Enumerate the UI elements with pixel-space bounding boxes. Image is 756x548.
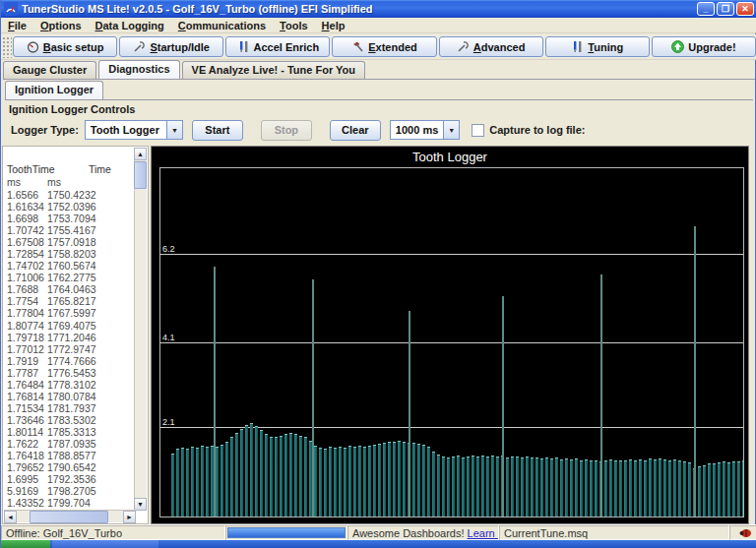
- tooth-bar: [629, 459, 632, 517]
- tooth-bar: [181, 448, 184, 517]
- tooth-bar: [624, 460, 627, 517]
- menu-help[interactable]: Help: [315, 20, 352, 31]
- table-row[interactable]: 1.66981753.7094: [4, 213, 136, 224]
- time-cell: 1765.8217: [47, 295, 96, 307]
- start-button[interactable]: Start: [192, 120, 243, 141]
- table-row[interactable]: 1.69951792.3536: [4, 473, 136, 485]
- table-row[interactable]: 1.747021760.5674: [4, 260, 136, 272]
- interval-select[interactable]: 1000 ms ▼: [390, 120, 460, 140]
- table-row[interactable]: 1.77871776.5453: [4, 367, 136, 379]
- advanced-button[interactable]: Advanced: [439, 36, 543, 57]
- taskbar-button[interactable]: [52, 540, 158, 548]
- restore-button[interactable]: ❐: [717, 2, 734, 16]
- menu-data-logging[interactable]: Data Logging: [89, 20, 171, 31]
- table-row[interactable]: 1.76881764.0463: [4, 283, 136, 295]
- table-row[interactable]: 1.764841778.3102: [4, 379, 136, 391]
- tooth-bar: [516, 457, 519, 517]
- extended-button[interactable]: Extended: [332, 36, 436, 57]
- table-row[interactable]: 1.710061762.2775: [4, 272, 136, 283]
- clear-button[interactable]: Clear: [330, 120, 381, 141]
- tooth-bar: [358, 446, 361, 517]
- table-row[interactable]: 1.770121772.9747: [4, 343, 136, 355]
- tooth-bar: [186, 449, 189, 517]
- table-row[interactable]: 5.91691798.2705: [4, 485, 136, 497]
- tooth-bar: [604, 460, 607, 517]
- logger-type-select[interactable]: Tooth Logger ▼: [85, 120, 183, 140]
- capture-checkbox[interactable]: [472, 124, 484, 137]
- tooth-bar: [191, 447, 194, 517]
- table-row[interactable]: 1.728541758.8203: [4, 248, 136, 260]
- chevron-down-icon[interactable]: ▼: [166, 121, 182, 139]
- table-row[interactable]: 1.79191774.7666: [4, 355, 136, 367]
- startup-idle-button[interactable]: Startup/Idle: [119, 36, 223, 57]
- menu-file[interactable]: File: [1, 20, 33, 31]
- table-row[interactable]: 1.616341752.0396: [4, 201, 136, 213]
- toothtime-cell: 1.7787: [7, 367, 38, 379]
- tooth-bar: [727, 462, 730, 517]
- start-button-stub[interactable]: [1, 540, 50, 548]
- tooth-bar: [329, 447, 332, 517]
- section-title: Ignition Logger Controls: [9, 103, 135, 115]
- vscroll-thumb[interactable]: [134, 161, 147, 189]
- scroll-up-icon[interactable]: ▲: [134, 148, 147, 160]
- table-vertical-scrollbar[interactable]: ▲ ▼: [134, 148, 147, 511]
- tuning-button[interactable]: Tuning: [545, 36, 650, 57]
- table-row[interactable]: 1.768141780.0784: [4, 391, 136, 402]
- tooth-bar: [260, 430, 263, 517]
- tooth-bar: [289, 433, 292, 517]
- tooth-bar: [230, 437, 233, 517]
- table-row[interactable]: 1.715341781.7937: [4, 402, 136, 414]
- hscroll-thumb[interactable]: [30, 511, 108, 523]
- toothtime-cell: 1.79652: [7, 461, 44, 473]
- table-row[interactable]: 1.65661750.4232: [4, 189, 136, 201]
- table-row[interactable]: 1.778041767.5997: [4, 307, 136, 319]
- time-cell: 1771.2046: [47, 332, 96, 343]
- tab-diagnostics[interactable]: Diagnostics: [98, 60, 179, 79]
- tooth-bar: [432, 452, 435, 517]
- menu-tools[interactable]: Tools: [273, 20, 315, 31]
- table-row[interactable]: 1.801141785.3313: [4, 426, 136, 438]
- table-horizontal-scrollbar[interactable]: ◄ ►: [4, 510, 136, 522]
- gridline: [160, 342, 743, 343]
- table-row[interactable]: 1.807741769.4075: [4, 320, 136, 332]
- scroll-right-icon[interactable]: ►: [123, 511, 136, 523]
- learn-more-link[interactable]: Learn More!: [468, 527, 499, 539]
- toolbar-grip[interactable]: [2, 36, 12, 58]
- menu-options[interactable]: Options: [33, 20, 89, 31]
- tooth-bar: [737, 461, 740, 517]
- taskbar[interactable]: [1, 540, 756, 548]
- table-row[interactable]: 1.736461783.5302: [4, 414, 136, 426]
- accel-enrich-button[interactable]: Accel Enrich: [225, 36, 330, 57]
- missing-tooth-spike: [214, 267, 216, 517]
- table-row[interactable]: 1.707421755.4167: [4, 224, 136, 236]
- scroll-left-icon[interactable]: ◄: [4, 511, 17, 523]
- minimize-button[interactable]: _: [697, 2, 715, 16]
- main-tabs: Gauge Cluster Diagnostics VE Analyze Liv…: [3, 61, 755, 80]
- tooth-bar: [255, 426, 258, 517]
- app-window: TunerStudio MS Lite! v2.0.5 - Golf_16V_T…: [0, 0, 756, 548]
- table-row[interactable]: 1.76221787.0935: [4, 438, 136, 450]
- table-row[interactable]: 1.797181771.2046: [4, 332, 136, 343]
- close-button[interactable]: ✕: [736, 2, 754, 16]
- tab-ignition-logger[interactable]: Ignition Logger: [5, 81, 103, 99]
- tooth-bar: [245, 425, 248, 517]
- tooth-bar: [649, 458, 652, 517]
- tab-gauge-cluster[interactable]: Gauge Cluster: [3, 61, 96, 79]
- menu-communications[interactable]: Communications: [171, 20, 273, 31]
- table-row[interactable]: 1.796521790.6542: [4, 461, 136, 473]
- table-row[interactable]: 1.433521799.704: [4, 497, 136, 509]
- table-row[interactable]: 1.675081757.0918: [4, 236, 136, 248]
- basic-setup-button[interactable]: Basic setup: [13, 36, 117, 57]
- time-cell: 1774.7666: [47, 355, 96, 367]
- tooth-bar: [639, 459, 642, 517]
- toothtime-unit: ms: [7, 176, 21, 188]
- tooth-bar: [412, 443, 415, 517]
- table-row[interactable]: 1.77541765.8217: [4, 295, 136, 307]
- tab-ve-analyze[interactable]: VE Analyze Live! - Tune For You: [182, 61, 365, 79]
- bug-icon[interactable]: [739, 528, 752, 538]
- chevron-down-icon[interactable]: ▼: [443, 121, 459, 139]
- upgrade-button[interactable]: Upgrade!: [652, 36, 756, 57]
- titlebar[interactable]: TunerStudio MS Lite! v2.0.5 - Golf_16V_T…: [1, 0, 756, 18]
- tooth-bar: [570, 459, 573, 517]
- table-row[interactable]: 1.764181788.8577: [4, 450, 136, 461]
